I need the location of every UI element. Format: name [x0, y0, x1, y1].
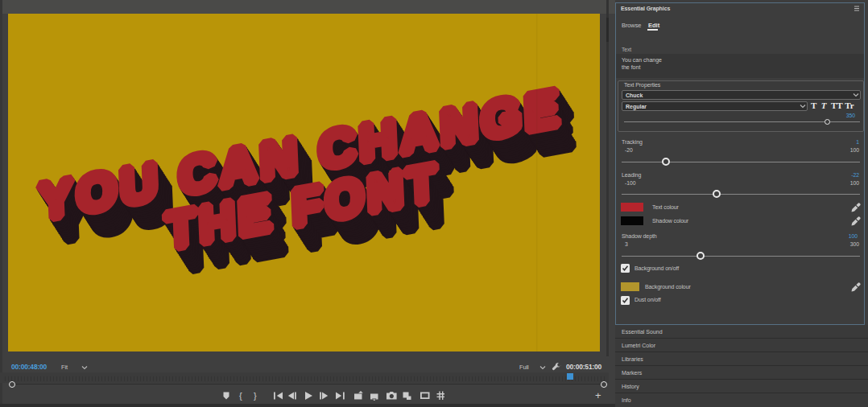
- svg-text:{: {: [239, 391, 242, 401]
- svg-text:}: }: [254, 391, 257, 401]
